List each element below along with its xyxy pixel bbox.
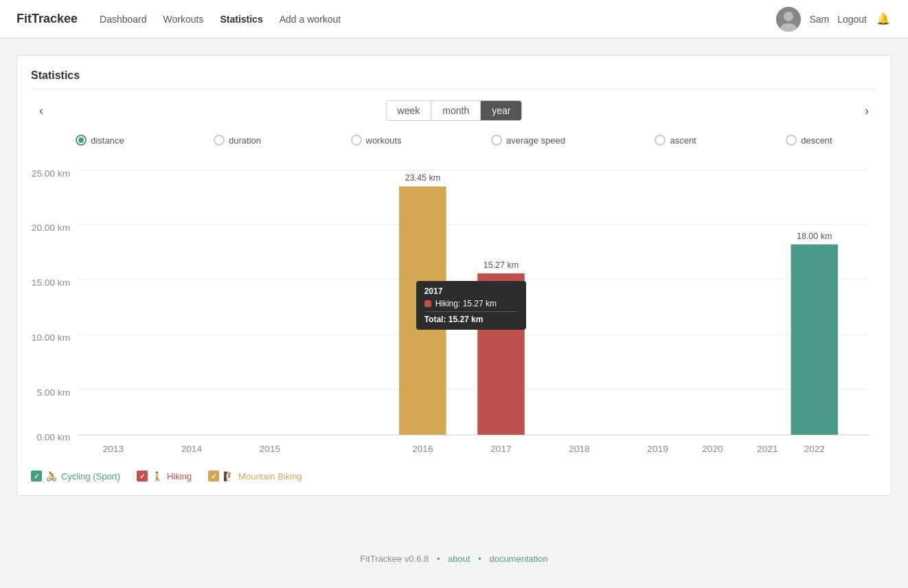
radio-workouts	[351, 135, 362, 146]
bar-2022[interactable]	[791, 245, 838, 435]
metric-duration-label: duration	[229, 135, 261, 146]
metric-descent-label: descent	[801, 135, 832, 146]
svg-text:2022: 2022	[804, 444, 825, 454]
main-content: Statistics ‹ week month year › distance …	[0, 38, 908, 512]
legend-mtb-label: Mountain Biking	[238, 471, 302, 482]
footer-brand: FitTrackee	[360, 554, 402, 564]
footer-about-link[interactable]: about	[448, 554, 470, 564]
footer-version: v0.6.8	[405, 554, 429, 564]
statistics-card: Statistics ‹ week month year › distance …	[16, 55, 892, 496]
metric-distance-label: distance	[91, 135, 124, 146]
stats-title: Statistics	[31, 69, 877, 89]
metric-duration[interactable]: duration	[214, 135, 261, 146]
svg-text:2013: 2013	[103, 444, 124, 454]
svg-text:2017: 2017	[490, 444, 511, 454]
user-link[interactable]: Sam	[809, 14, 829, 25]
legend-cycling[interactable]: 🚴 Cycling (Sport)	[31, 471, 120, 482]
legend-cycling-icon: 🚴	[46, 471, 57, 482]
metric-ascent-label: ascent	[670, 135, 696, 146]
metric-selectors: distance duration workouts average speed…	[31, 135, 877, 146]
legend-mtb[interactable]: 🧗 Mountain Biking	[208, 471, 302, 482]
svg-text:0.00 km: 0.00 km	[36, 432, 70, 442]
logout-link[interactable]: Logout	[837, 14, 867, 25]
navbar-right: Sam Logout 🔔	[776, 7, 892, 32]
svg-text:25.00 km: 25.00 km	[32, 168, 70, 179]
notification-icon[interactable]: 🔔	[875, 11, 892, 27]
svg-text:2019: 2019	[647, 444, 668, 454]
period-controls: ‹ week month year ›	[31, 100, 877, 121]
legend-hiking-label: Hiking	[167, 471, 192, 482]
avatar	[776, 7, 801, 32]
legend-mtb-icon: 🧗	[223, 471, 234, 482]
legend-hiking-icon: 🚶	[152, 471, 163, 482]
radio-avg-speed	[491, 135, 502, 146]
footer-documentation-link[interactable]: documentation	[489, 554, 547, 564]
svg-text:5.00 km: 5.00 km	[36, 387, 70, 398]
chart-legend: 🚴 Cycling (Sport) 🚶 Hiking 🧗 Mountain Bi…	[31, 471, 877, 482]
svg-text:2016: 2016	[412, 444, 433, 454]
svg-text:23.45 km: 23.45 km	[405, 173, 441, 183]
legend-mtb-checkbox[interactable]	[208, 471, 219, 482]
legend-hiking-checkbox[interactable]	[137, 471, 148, 482]
svg-point-1	[784, 12, 793, 21]
period-year-button[interactable]: year	[481, 101, 521, 120]
nav-workouts[interactable]: Workouts	[163, 14, 204, 25]
footer-dot-1: •	[437, 554, 440, 564]
radio-duration	[214, 135, 225, 146]
legend-cycling-label: Cycling (Sport)	[61, 471, 120, 482]
period-next-button[interactable]: ›	[856, 101, 877, 121]
brand-link[interactable]: FitTrackee	[16, 12, 78, 26]
metric-avg-speed[interactable]: average speed	[491, 135, 565, 146]
svg-text:15.27 km: 15.27 km	[484, 260, 519, 270]
period-buttons: week month year	[386, 100, 523, 121]
period-week-button[interactable]: week	[387, 101, 432, 120]
period-month-button[interactable]: month	[431, 101, 481, 120]
footer-dot-2: •	[478, 554, 481, 564]
svg-text:15.00 km: 15.00 km	[32, 278, 70, 288]
svg-text:2018: 2018	[569, 444, 590, 454]
svg-text:2014: 2014	[181, 444, 203, 454]
bar-2017[interactable]	[477, 273, 524, 435]
svg-text:2020: 2020	[702, 444, 723, 454]
metric-avg-speed-label: average speed	[506, 135, 565, 146]
svg-text:2021: 2021	[757, 444, 778, 454]
bar-chart: 25.00 km 20.00 km 15.00 km 10.00 km 5.00…	[31, 162, 877, 460]
footer: FitTrackee v0.6.8 • about • documentatio…	[0, 540, 908, 578]
bar-2016[interactable]	[399, 186, 446, 435]
nav-statistics[interactable]: Statistics	[220, 14, 262, 25]
chart-area: 25.00 km 20.00 km 15.00 km 10.00 km 5.00…	[31, 162, 877, 460]
metric-descent[interactable]: descent	[786, 135, 832, 146]
radio-descent	[786, 135, 797, 146]
metric-workouts[interactable]: workouts	[351, 135, 402, 146]
nav-links: Dashboard Workouts Statistics Add a work…	[100, 14, 776, 25]
nav-dashboard[interactable]: Dashboard	[100, 14, 147, 25]
svg-text:10.00 km: 10.00 km	[32, 332, 70, 343]
radio-ascent	[655, 135, 666, 146]
period-prev-button[interactable]: ‹	[31, 101, 52, 121]
svg-text:18.00 km: 18.00 km	[797, 231, 832, 241]
svg-text:2015: 2015	[260, 444, 281, 454]
svg-text:20.00 km: 20.00 km	[32, 223, 70, 233]
nav-add-workout[interactable]: Add a workout	[280, 14, 341, 25]
radio-distance	[76, 135, 87, 146]
navbar: FitTrackee Dashboard Workouts Statistics…	[0, 0, 908, 38]
legend-cycling-checkbox[interactable]	[31, 471, 42, 482]
metric-distance[interactable]: distance	[76, 135, 124, 146]
metric-ascent[interactable]: ascent	[655, 135, 696, 146]
legend-hiking[interactable]: 🚶 Hiking	[137, 471, 192, 482]
metric-workouts-label: workouts	[366, 135, 402, 146]
